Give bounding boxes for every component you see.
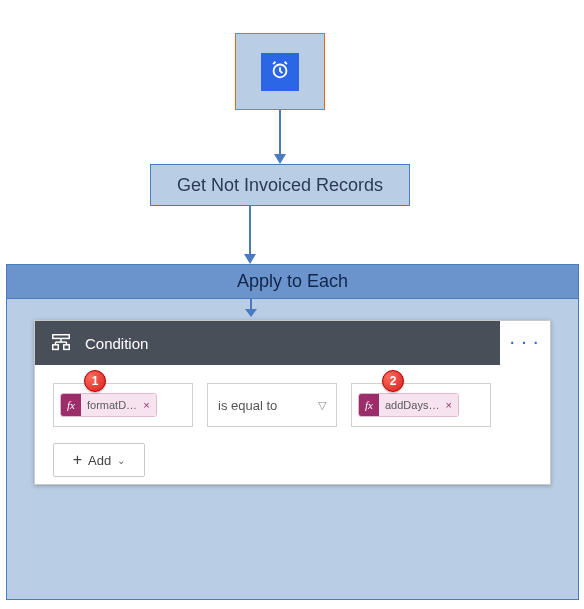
trigger-icon-tile xyxy=(261,53,299,91)
condition-header[interactable]: Condition xyxy=(35,321,550,365)
ellipsis-icon: · · · xyxy=(510,335,539,351)
add-button-label: Add xyxy=(88,453,111,468)
condition-left-operand[interactable]: 1 fx formatD… × xyxy=(53,383,193,427)
svg-rect-3 xyxy=(64,345,70,350)
step-get-not-invoiced[interactable]: Get Not Invoiced Records xyxy=(150,164,410,206)
chevron-down-icon: ▽ xyxy=(318,399,326,412)
chevron-down-icon: ⌄ xyxy=(117,455,125,466)
svg-rect-1 xyxy=(53,335,70,339)
condition-card: Condition · · · 1 fx formatD… × is equal… xyxy=(34,320,551,485)
flow-arrow xyxy=(250,299,252,309)
condition-row: 1 fx formatD… × is equal to ▽ 2 f xyxy=(53,383,532,427)
trigger-step[interactable] xyxy=(235,33,325,110)
token-label: addDays… xyxy=(379,394,443,416)
condition-menu-button[interactable]: · · · xyxy=(500,321,550,365)
condition-icon xyxy=(47,329,75,357)
condition-right-operand[interactable]: 2 fx addDays… × xyxy=(351,383,491,427)
annotation-badge-2: 2 xyxy=(382,370,404,392)
plus-icon: + xyxy=(73,452,82,468)
flow-arrow xyxy=(249,206,251,254)
token-label: formatD… xyxy=(81,394,141,416)
apply-to-each-title: Apply to Each xyxy=(237,271,348,292)
operator-label: is equal to xyxy=(218,398,277,413)
apply-to-each-container: Apply to Each Condition · · · xyxy=(6,264,579,600)
condition-title: Condition xyxy=(85,335,538,352)
annotation-badge-1: 1 xyxy=(84,370,106,392)
condition-body: 1 fx formatD… × is equal to ▽ 2 f xyxy=(35,365,550,491)
step-label: Get Not Invoiced Records xyxy=(177,175,383,196)
token-remove-button[interactable]: × xyxy=(443,394,457,416)
flow-arrow xyxy=(279,110,281,154)
fx-icon: fx xyxy=(61,394,81,416)
token-remove-button[interactable]: × xyxy=(141,394,155,416)
add-condition-button[interactable]: + Add ⌄ xyxy=(53,443,145,477)
svg-rect-2 xyxy=(53,345,59,350)
condition-operator-select[interactable]: is equal to ▽ xyxy=(207,383,337,427)
apply-to-each-header[interactable]: Apply to Each xyxy=(7,265,578,299)
fx-icon: fx xyxy=(359,394,379,416)
expression-token-adddays[interactable]: fx addDays… × xyxy=(358,393,459,417)
expression-token-formatdatetime[interactable]: fx formatD… × xyxy=(60,393,157,417)
alarm-clock-icon xyxy=(269,59,291,84)
